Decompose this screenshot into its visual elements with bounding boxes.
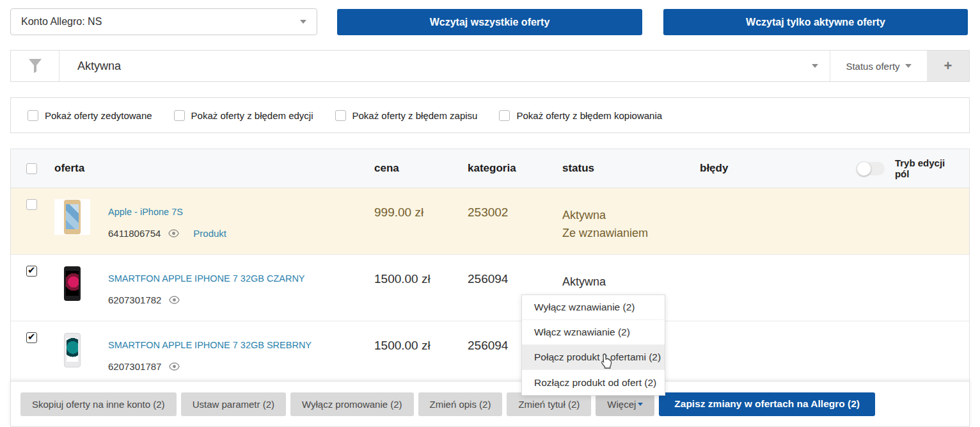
more-button-label: Więcej — [607, 399, 636, 410]
header-kategoria: kategoria — [468, 162, 562, 175]
show-filter-label: Pokaż oferty z błędem zapisu — [352, 110, 478, 121]
checkbox[interactable] — [174, 110, 185, 121]
black-iphone-image — [64, 266, 81, 301]
show-filters-bar: Pokaż oferty zedytowane Pokaż oferty z b… — [10, 97, 970, 133]
load-active-offers-button[interactable]: Wczytaj tylko aktywne oferty — [663, 9, 968, 35]
save-changes-button[interactable]: Zapisz zmiany w ofertach na Allegro (2) — [659, 392, 875, 416]
funnel-icon — [28, 58, 42, 74]
change-title-button[interactable]: Zmień tytuł (2) — [507, 392, 591, 416]
show-filter-edit-error[interactable]: Pokaż oferty z błędem edycji — [174, 110, 313, 121]
header-cena: cena — [374, 162, 468, 175]
bulk-action-bar: Skopiuj oferty na inne konto (2) Ustaw p… — [10, 381, 970, 427]
menu-item-disable-renewal[interactable]: Wyłącz wznawianie (2) — [522, 295, 665, 320]
status-line-1: Aktywna — [562, 209, 606, 222]
offer-title-link[interactable]: SMARTFON APPLE IPHONE 7 32GB SREBRNY — [108, 340, 312, 350]
offer-price: 1500.00 zł — [374, 332, 468, 353]
produkt-link[interactable]: Produkt — [193, 228, 226, 239]
top-bar: Konto Allegro: NS Wczytaj wszystkie ofer… — [0, 0, 980, 45]
menu-item-unlink-product[interactable]: Rozłącz produkt od ofert (2) — [522, 370, 665, 395]
offer-thumbnail — [54, 199, 90, 235]
offer-category: 256094 — [468, 266, 562, 286]
more-actions-menu: Wyłącz wznawianie (2) Włącz wznawianie (… — [521, 294, 665, 396]
offers-table: oferta cena kategoria status błędy Tryb … — [10, 149, 970, 389]
silver-iphone-image — [64, 333, 81, 367]
filter-value-select[interactable]: Aktywna — [59, 51, 830, 81]
chevron-down-icon — [638, 403, 643, 406]
checkbox[interactable] — [335, 110, 346, 121]
show-filter-label: Pokaż oferty z błędem edycji — [191, 110, 313, 121]
set-parameter-button[interactable]: Ustaw parametr (2) — [181, 392, 286, 416]
account-select-value: Konto Allegro: NS — [21, 16, 102, 28]
status-line-2: Ze wznawianiem — [562, 227, 648, 239]
load-all-offers-button[interactable]: Wczytaj wszystkie oferty — [337, 9, 642, 35]
show-filter-edited[interactable]: Pokaż oferty zedytowane — [28, 110, 152, 121]
table-row: SMARTFON APPLE IPHONE 7 32GB CZARNY 6207… — [11, 255, 969, 321]
show-filter-copy-error[interactable]: Pokaż oferty z błędem kopiowania — [499, 110, 662, 121]
checkbox[interactable] — [499, 110, 510, 121]
eye-icon[interactable] — [169, 362, 180, 371]
disable-promotion-button[interactable]: Wyłącz promowanie (2) — [290, 392, 414, 416]
show-filter-label: Pokaż oferty zedytowane — [45, 110, 152, 121]
edit-mode-toggle[interactable] — [857, 162, 885, 175]
offer-thumbnail — [54, 332, 90, 368]
table-row: SMARTFON APPLE IPHONE 7 32GB SREBRNY 620… — [11, 321, 969, 388]
offer-id: 6207301787 — [108, 361, 161, 372]
filter-field-label: Status oferty — [846, 61, 899, 72]
header-status: status — [562, 162, 700, 175]
offer-price: 999.00 zł — [374, 199, 468, 220]
chevron-down-icon — [905, 64, 912, 68]
row-checkbox[interactable] — [26, 199, 37, 210]
eye-icon[interactable] — [169, 296, 180, 304]
offer-cell: Apple - iPhone 7S 6411806754 Produkt — [54, 199, 374, 239]
row-checkbox[interactable] — [26, 266, 37, 277]
filter-field-select[interactable]: Status oferty — [830, 51, 927, 81]
menu-item-link-product[interactable]: Połącz produkt z ofertami (2) — [522, 345, 665, 370]
offer-cell: SMARTFON APPLE IPHONE 7 32GB CZARNY 6207… — [54, 266, 374, 305]
table-row: Apple - iPhone 7S 6411806754 Produkt 999… — [11, 188, 969, 255]
account-select[interactable]: Konto Allegro: NS — [10, 8, 317, 35]
show-filter-label: Pokaż oferty z błędem kopiowania — [516, 110, 662, 121]
offer-cell: SMARTFON APPLE IPHONE 7 32GB SREBRNY 620… — [54, 332, 374, 372]
filter-value: Aktywna — [77, 60, 121, 73]
offer-status: Aktywna Ze wznawianiem — [562, 199, 700, 242]
edit-mode-toggle-cell: Tryb edycji pól — [857, 157, 969, 179]
offer-id: 6207301782 — [108, 294, 161, 305]
offer-title-link[interactable]: Apple - iPhone 7S — [108, 207, 226, 217]
offer-price: 1500.00 zł — [374, 266, 468, 286]
chevron-down-icon — [812, 64, 818, 68]
header-oferta: oferta — [54, 162, 374, 175]
offer-thumbnail — [54, 266, 90, 302]
offer-category: 253002 — [468, 199, 562, 220]
select-all-checkbox[interactable] — [26, 163, 37, 174]
checkbox[interactable] — [28, 110, 38, 121]
offer-title-link[interactable]: SMARTFON APPLE IPHONE 7 32GB CZARNY — [108, 273, 305, 284]
gold-iphone-image — [64, 200, 81, 234]
filter-funnel-button[interactable] — [11, 51, 59, 81]
eye-icon[interactable] — [168, 229, 179, 238]
row-checkbox[interactable] — [26, 332, 37, 343]
more-button[interactable]: Więcej — [596, 392, 654, 416]
change-description-button[interactable]: Zmień opis (2) — [418, 392, 503, 416]
chevron-down-icon — [300, 20, 306, 24]
edit-mode-toggle-label: Tryb edycji pól — [895, 157, 958, 179]
add-filter-button[interactable]: + — [927, 51, 969, 81]
offer-status: Aktywna — [562, 266, 700, 291]
copy-offers-button[interactable]: Skopiuj oferty na inne konto (2) — [20, 392, 177, 416]
offer-id: 6411806754 — [108, 228, 161, 239]
show-filter-save-error[interactable]: Pokaż oferty z błędem zapisu — [335, 110, 478, 121]
header-bledy: błędy — [700, 162, 857, 175]
filter-bar: Aktywna Status oferty + — [10, 50, 970, 82]
menu-item-enable-renewal[interactable]: Włącz wznawianie (2) — [522, 320, 665, 345]
table-header: oferta cena kategoria status błędy Tryb … — [11, 149, 969, 188]
toggle-knob — [857, 161, 871, 176]
